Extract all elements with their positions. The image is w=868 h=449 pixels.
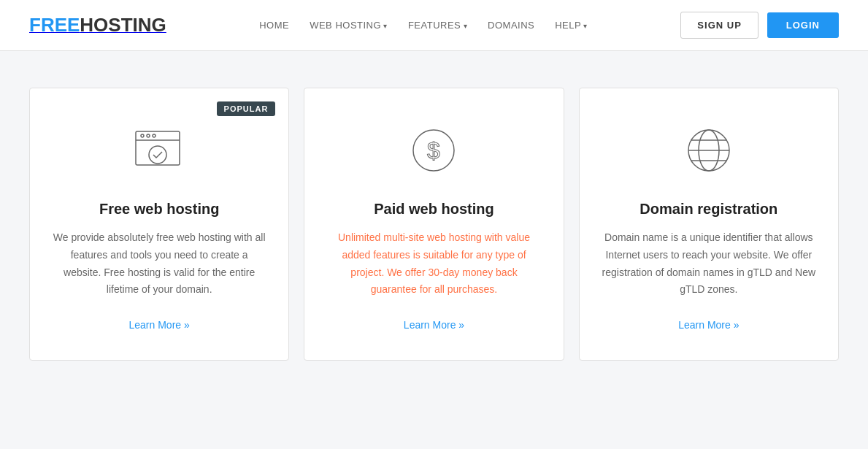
svg-point-3 (147, 134, 150, 137)
svg-rect-0 (136, 131, 180, 165)
main-nav: HOME WEB HOSTING FEATURES DOMAINS HELP (259, 20, 588, 31)
logo[interactable]: FREEHOSTING (29, 14, 166, 37)
site-header: FREEHOSTING HOME WEB HOSTING FEATURES DO… (0, 0, 868, 51)
nav-home[interactable]: HOME (259, 20, 289, 31)
svg-point-5 (149, 146, 166, 164)
browser-check-svg (130, 121, 188, 180)
main-content: POPULAR Free web hosting We provide abso… (0, 51, 868, 397)
card-domain: Domain registration Domain name is a uni… (579, 88, 839, 361)
signup-button[interactable]: SIGN UP (680, 12, 758, 39)
learn-more-domain[interactable]: Learn More » (678, 319, 739, 331)
card-desc-free: We provide absolutely free web hosting w… (52, 229, 266, 299)
popular-badge: POPULAR (217, 101, 276, 116)
nav-features[interactable]: FEATURES (408, 20, 467, 31)
card-paid-hosting: $ Paid web hosting Unlimited multi-site … (304, 88, 564, 361)
svg-text:$: $ (428, 137, 441, 164)
card-title-paid: Paid web hosting (374, 201, 493, 218)
nav-help[interactable]: HELP (555, 20, 588, 31)
svg-point-4 (153, 134, 155, 137)
nav-web-hosting[interactable]: WEB HOSTING (310, 20, 388, 31)
login-button[interactable]: LOGIN (767, 12, 839, 38)
learn-more-free[interactable]: Learn More » (129, 319, 190, 331)
card-free-hosting: POPULAR Free web hosting We provide abso… (29, 88, 289, 361)
cards-grid: POPULAR Free web hosting We provide abso… (29, 88, 839, 361)
nav-domains[interactable]: DOMAINS (488, 20, 534, 31)
browser-check-icon (126, 118, 192, 183)
card-desc-domain: Domain name is a unique identifier that … (602, 229, 816, 299)
card-title-free: Free web hosting (99, 201, 219, 218)
card-desc-paid: Unlimited multi-site web hosting with va… (326, 229, 541, 299)
logo-hosting: HOSTING (80, 14, 166, 36)
dollar-circle-svg: $ (404, 121, 463, 180)
learn-more-paid[interactable]: Learn More » (404, 319, 464, 331)
logo-free: FREE (29, 14, 80, 36)
card-title-domain: Domain registration (640, 201, 777, 218)
svg-point-2 (141, 134, 144, 137)
dollar-circle-icon: $ (401, 118, 466, 183)
globe-svg (680, 121, 738, 180)
header-actions: SIGN UP LOGIN (680, 12, 839, 39)
globe-icon (676, 118, 742, 183)
